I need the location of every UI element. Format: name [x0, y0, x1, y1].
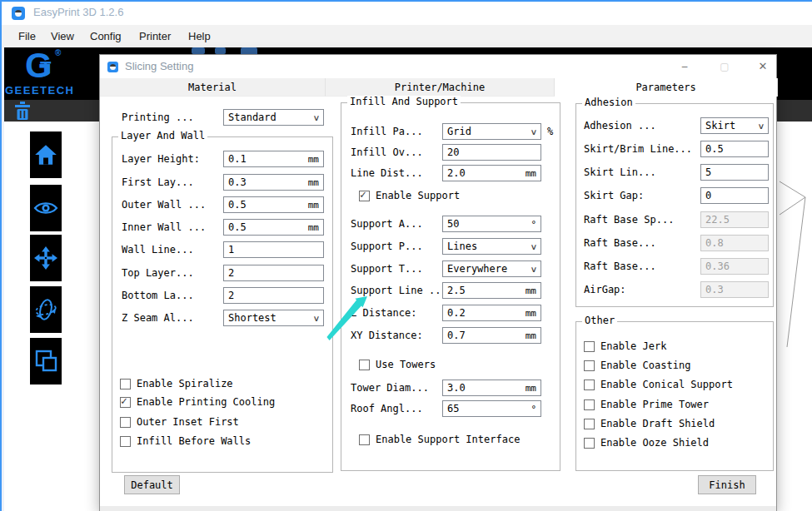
default-button[interactable]: Default	[124, 475, 180, 494]
maximize-icon[interactable]: ▢	[711, 55, 738, 78]
enable-jerk-checkbox[interactable]: ✓	[584, 341, 595, 352]
skirt-line-input[interactable]: 5	[700, 164, 769, 181]
line-distance-input[interactable]: 2.0 mm	[442, 165, 541, 181]
toolbar-icon-fragment	[215, 47, 226, 54]
support-pattern-select[interactable]: Lines ∨	[442, 238, 541, 255]
support-line-row: Support Line ... 2.5 mm	[351, 282, 555, 299]
outer-wall-input[interactable]: 0.5 mm	[223, 196, 324, 213]
sidebar-tool-scale[interactable]	[30, 338, 62, 384]
checkbox-label: Enable Support	[376, 190, 460, 201]
tower-diameter-input[interactable]: 3.0 mm	[442, 380, 541, 396]
enable-spiralize-checkbox[interactable]: ✓	[120, 379, 131, 389]
field-label: Z Seam Al...	[122, 310, 194, 326]
menu-help[interactable]: Help	[188, 25, 211, 47]
checkbox-label: Enable Printing Cooling	[137, 396, 275, 408]
field-label: Adhesion ...	[584, 117, 656, 134]
layer-height-row: Layer Height: 0.1 mm	[122, 151, 324, 167]
tab-parameters[interactable]: Parameters	[555, 78, 778, 97]
field-unit: mm	[526, 383, 536, 394]
enable-ooze-shield-row: ✓ Enable Ooze Shield	[584, 437, 709, 449]
xy-distance-input[interactable]: 0.7 mm	[442, 327, 541, 344]
use-towers-row: ✓ Use Towers	[359, 359, 436, 370]
sidebar-tool-rotate[interactable]	[30, 286, 62, 333]
sidebar-tool-move[interactable]	[30, 235, 62, 281]
close-icon[interactable]: ✕	[750, 55, 776, 78]
enable-support-interface-checkbox[interactable]: ✓	[359, 434, 370, 445]
dialog-titlebar: Slicing Setting – ▢ ✕	[100, 55, 776, 78]
minimize-icon[interactable]: –	[671, 55, 698, 78]
inner-wall-input[interactable]: 0.5 mm	[223, 219, 324, 236]
field-value: Everywhere	[447, 263, 507, 275]
z-distance-input[interactable]: 0.2 mm	[442, 305, 541, 321]
field-label: Layer Height:	[122, 151, 200, 167]
field-label: Inner Wall ...	[122, 219, 206, 236]
infill-overlap-input[interactable]: 20	[442, 144, 541, 161]
enable-coasting-checkbox[interactable]: ✓	[584, 360, 595, 371]
window-top-border	[0, 0, 812, 2]
infill-pattern-select[interactable]: Grid ∨	[442, 123, 541, 140]
roof-angle-input[interactable]: 65 °	[442, 400, 541, 417]
field-unit: mm	[526, 308, 536, 319]
field-label: Printing ...	[122, 109, 194, 126]
enable-conical-support-checkbox[interactable]: ✓	[584, 380, 595, 390]
brand-name: GEEETECH	[5, 84, 75, 97]
wall-line-input[interactable]: 1	[223, 241, 324, 258]
enable-draft-shield-checkbox[interactable]: ✓	[584, 419, 595, 429]
menu-printer[interactable]: Printer	[139, 25, 171, 47]
xy-distance-row: XY Distance: 0.7 mm	[351, 327, 555, 344]
field-value: Grid	[447, 126, 471, 137]
field-value: 20	[447, 146, 459, 158]
checkmark-icon: ✓	[360, 188, 366, 201]
group-legend: Other	[582, 315, 617, 326]
field-unit: °	[531, 404, 536, 414]
checkbox-label: Enable Jerk	[600, 340, 666, 352]
sphere-glyph	[110, 64, 116, 70]
layer-height-input[interactable]: 0.1 mm	[223, 151, 324, 167]
menu-view[interactable]: View	[51, 25, 74, 47]
menu-config[interactable]: Config	[90, 25, 122, 47]
slicing-setting-dialog: Slicing Setting – ▢ ✕ Material Printer/M…	[99, 54, 777, 511]
enable-printing-cooling-row: ✓ Enable Printing Cooling	[120, 396, 275, 408]
field-label: Raft Base Sp...	[584, 211, 674, 228]
z-seam-select[interactable]: Shortest ∨	[223, 310, 324, 326]
field-label: Support P...	[351, 238, 423, 255]
support-angle-input[interactable]: 50 °	[442, 216, 541, 232]
top-layer-input[interactable]: 2	[223, 265, 324, 281]
raft-base-2-input: 0.36	[700, 258, 769, 275]
use-towers-checkbox[interactable]: ✓	[359, 360, 370, 370]
enable-support-interface-row: ✓ Enable Support Interface	[359, 434, 520, 445]
sidebar-tool-view[interactable]	[30, 185, 62, 231]
enable-support-checkbox[interactable]: ✓	[359, 191, 370, 201]
printing-profile-select[interactable]: Standard ∨	[223, 109, 324, 126]
finish-button[interactable]: Finish	[698, 475, 756, 494]
tab-printer-machine[interactable]: Printer/Machine	[326, 78, 555, 97]
adhesion-type-select[interactable]: Skirt ∨	[700, 117, 769, 134]
tab-material[interactable]: Material	[100, 78, 326, 97]
field-value: 3.0	[447, 382, 466, 394]
infill-before-walls-checkbox[interactable]: ✓	[120, 436, 131, 447]
support-type-select[interactable]: Everywhere ∨	[442, 260, 541, 277]
delete-icon[interactable]	[13, 102, 32, 121]
outer-inset-first-checkbox[interactable]: ✓	[120, 417, 131, 428]
enable-prime-tower-checkbox[interactable]: ✓	[584, 399, 595, 410]
field-unit: mm	[308, 200, 319, 211]
skirt-gap-input[interactable]: 0	[700, 187, 769, 204]
bottom-layer-input[interactable]: 2	[223, 287, 324, 304]
enable-ooze-shield-checkbox[interactable]: ✓	[584, 438, 595, 449]
field-label: Outer Wall ...	[122, 196, 206, 213]
field-value: 0.7	[447, 330, 466, 341]
enable-printing-cooling-checkbox[interactable]: ✓	[120, 397, 131, 408]
dialog-title: Slicing Setting	[125, 55, 193, 78]
support-line-input[interactable]: 2.5 mm	[442, 282, 541, 299]
enable-prime-tower-row: ✓ Enable Prime Tower	[584, 399, 709, 410]
printing-row: Printing ... Standard ∨	[122, 109, 324, 126]
field-label: AirGap:	[584, 281, 626, 298]
sidebar-tool-home[interactable]	[30, 131, 62, 178]
percent-suffix: %	[547, 123, 553, 140]
field-label: Infill Pa...	[351, 123, 423, 140]
first-layer-input[interactable]: 0.3 mm	[223, 174, 324, 191]
menu-file[interactable]: File	[18, 25, 36, 47]
field-label: Bottom La...	[122, 287, 194, 304]
skirt-brim-line-input[interactable]: 0.5	[700, 141, 769, 157]
easyprint-window: EasyPrint 3D 1.2.6 File View Config Prin…	[0, 0, 812, 511]
